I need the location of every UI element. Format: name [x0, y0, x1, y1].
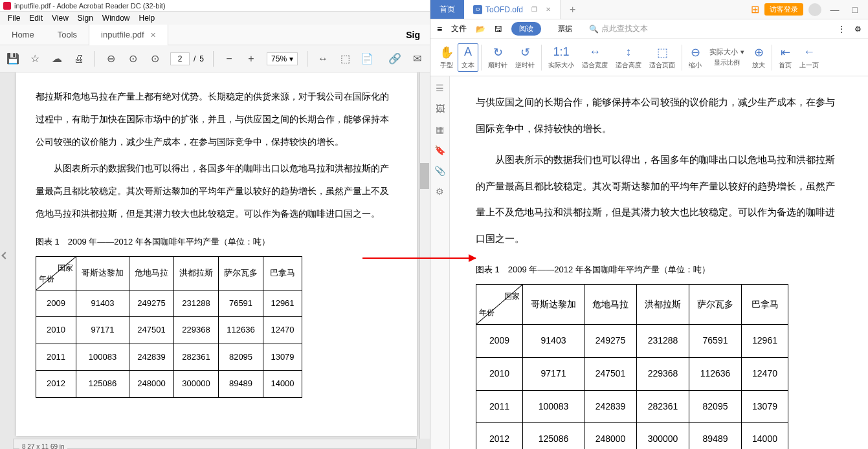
paragraph: 从图表所示的数据我们也可以得出，各国多年的咖啡出口以危地马拉和洪都拉斯的产量最高…	[476, 147, 842, 252]
cloud-icon[interactable]: ☁	[50, 52, 63, 65]
gear-icon[interactable]: ⚙	[436, 186, 444, 197]
sign-button[interactable]: Sig	[396, 30, 430, 40]
paragraph: 都拉斯和危地马拉在产量上都有绝对优势。长期稳定的供货来源，对于我公司在国际化的过…	[36, 85, 397, 153]
diagonal-header: 国家年份	[36, 256, 76, 290]
layers-icon[interactable]: ▦	[436, 124, 444, 135]
file-menu[interactable]: 文件	[451, 23, 467, 34]
document-area: 都拉斯和危地马拉在产量上都有绝对优势。长期稳定的供货来源，对于我公司在国际化的过…	[0, 72, 430, 449]
table-row: 20111000832428392823618209513079	[36, 344, 302, 371]
menu-sign[interactable]: Sign	[73, 14, 98, 23]
close-tab-icon[interactable]: ✕	[546, 6, 551, 13]
page-indicator: / 5	[170, 52, 204, 65]
vertical-scrollbar[interactable]	[419, 72, 430, 439]
outline-icon[interactable]: ☰	[436, 83, 444, 93]
page-input[interactable]	[170, 52, 190, 65]
down-icon[interactable]: ⊙	[148, 52, 161, 65]
fit-page[interactable]: ⬚适合页面	[645, 45, 679, 70]
menu-file[interactable]: File	[3, 14, 25, 23]
zoom-out-icon[interactable]: ⊖	[104, 52, 117, 65]
page-size-status: 8 27 x 11 69 in	[19, 443, 67, 449]
mail-icon[interactable]: ✉	[410, 52, 423, 65]
maximize-icon[interactable]: □	[849, 5, 862, 15]
add-tab-button[interactable]: +	[561, 0, 584, 19]
tab-file[interactable]: O ToOFD.ofd ❐ ✕	[464, 0, 561, 19]
scroll-icon[interactable]: 📄	[361, 52, 373, 65]
grid-icon[interactable]: ⊞	[751, 3, 759, 16]
text-tool[interactable]: A文本	[458, 43, 478, 72]
login-button[interactable]: 访客登录	[764, 3, 803, 16]
content-area: ☰ 🖼 ▦ 🔖 📎 ⚙ 与供应国之间的长期合作，能够保持本公司较强的议价能力，减…	[430, 76, 868, 449]
hand-tool[interactable]: ✋手型	[436, 45, 458, 70]
menu-bar: File Edit View Sign Window Help	[0, 12, 430, 25]
data-table: 国家年份 哥斯达黎加危地马拉洪都拉斯萨尔瓦多巴拿马 20099140324927…	[476, 284, 788, 449]
bookmark-icon[interactable]: 🔖	[434, 145, 445, 155]
open-icon[interactable]: 📂	[476, 25, 485, 34]
ribbon: ✋手型 A文本 ↻顺时针 ↺逆时针 1:1实际大小 ↔适合宽度 ↕适合高度 ⬚适…	[430, 39, 868, 76]
tab-home[interactable]: 首页	[430, 0, 464, 19]
adobe-reader-window: inputfile.pdf - Adobe Acrobat Reader DC …	[0, 0, 430, 449]
menu-view[interactable]: View	[47, 14, 73, 23]
menu-edit[interactable]: Edit	[25, 14, 47, 23]
rotate-cw[interactable]: ↻顺时针	[484, 45, 511, 70]
first-page[interactable]: ⇤首页	[775, 45, 796, 70]
save-icon[interactable]: 🖫	[495, 25, 502, 34]
table-row: 20111000832428392823618209513079	[476, 390, 788, 423]
fit-width[interactable]: ↔适合宽度	[578, 45, 612, 70]
table-caption: 图表 1 2009 年——2012 年各国咖啡年平均产量（单位：吨）	[36, 232, 397, 253]
link-icon[interactable]: 🔗	[388, 52, 401, 65]
read-mode-button[interactable]: 阅读	[511, 22, 541, 36]
toolbar: 💾 ☆ ☁ 🖨 ⊖ ⊙ ⊙ / 5 − + 75%▾ ↔ ⬚ 📄 🔗 ✉	[0, 45, 430, 72]
ofd-icon: O	[473, 5, 482, 14]
pdf-page: 都拉斯和危地马拉在产量上都有绝对优势。长期稳定的供货来源，对于我公司在国际化的过…	[16, 72, 417, 436]
window-title-bar: inputfile.pdf - Adobe Acrobat Reader DC …	[0, 0, 430, 12]
table-header-row: 国家年份 哥斯达黎加危地马拉洪都拉斯萨尔瓦多巴拿马	[36, 256, 302, 290]
tab-file[interactable]: inputfile.pdf ×	[89, 25, 168, 45]
window-title: inputfile.pdf - Adobe Acrobat Reader DC …	[14, 2, 166, 10]
horizontal-scrollbar[interactable]	[13, 439, 417, 449]
sub-toolbar: ≡ 文件 📂 🖫 阅读 票据 🔍 点此查找文本 ⋮ ⚙	[430, 19, 868, 39]
actual-size[interactable]: 1:1实际大小	[544, 45, 578, 70]
prev-page[interactable]: ←上一页	[796, 45, 823, 70]
tab-tools[interactable]: Tools	[46, 25, 89, 45]
rotate-ccw[interactable]: ↺逆时针	[511, 45, 539, 70]
tabs-bar: Home Tools inputfile.pdf × Sig	[0, 25, 430, 45]
left-collapse-icon[interactable]	[3, 75, 9, 436]
fit-page-icon[interactable]: ⬚	[339, 52, 351, 65]
chevron-down-icon: ▾	[289, 54, 293, 63]
restore-icon[interactable]: ❐	[531, 6, 537, 13]
fit-height[interactable]: ↕适合高度	[612, 45, 645, 70]
plus-icon[interactable]: +	[245, 52, 258, 65]
save-icon[interactable]: 💾	[6, 52, 19, 65]
search-input[interactable]: 🔍 点此查找文本	[589, 23, 648, 34]
tab-home[interactable]: Home	[0, 25, 46, 45]
avatar-icon[interactable]	[808, 3, 821, 16]
print-icon[interactable]: 🖨	[72, 52, 85, 65]
menu-help[interactable]: Help	[135, 14, 160, 23]
pdf-icon	[3, 2, 11, 10]
zoom-select[interactable]: 实际大小▾显示比例	[706, 47, 748, 67]
zoom-out[interactable]: ⊖缩小	[685, 45, 706, 70]
image-icon[interactable]: 🖼	[436, 104, 445, 114]
table-header-row: 国家年份 哥斯达黎加危地马拉洪都拉斯萨尔瓦多巴拿马	[476, 285, 788, 325]
attach-icon[interactable]: 📎	[434, 166, 445, 176]
minimize-icon[interactable]: —	[827, 5, 843, 15]
table-caption: 图表 1 2009 年——2012 年各国咖啡年平均产量（单位：吨）	[476, 258, 842, 281]
ofd-page: 与供应国之间的长期合作，能够保持本公司较强的议价能力，减少生产成本，在参与国际竞…	[450, 76, 868, 449]
title-tabs: 首页 O ToOFD.ofd ❐ ✕ + ⊞ 访客登录 — □	[430, 0, 868, 19]
zoom-in[interactable]: ⊕放大	[748, 45, 769, 70]
paragraph: 从图表所示的数据我们也可以得出，各国多年的咖啡出口以危地马拉和洪都拉斯的产量最高…	[36, 157, 397, 225]
fit-width-icon[interactable]: ↔	[317, 52, 329, 65]
hamburger-icon[interactable]: ≡	[437, 24, 442, 34]
more-icon[interactable]: ⋮	[838, 25, 845, 34]
ofd-viewer-window: 首页 O ToOFD.ofd ❐ ✕ + ⊞ 访客登录 — □ ≡ 文件 📂 🖫…	[430, 0, 868, 449]
table-row: 2009914032492752312887659112961	[36, 290, 302, 317]
up-icon[interactable]: ⊙	[126, 52, 139, 65]
settings-icon[interactable]: ⚙	[854, 25, 862, 34]
close-icon[interactable]: ×	[151, 30, 156, 40]
annotation-arrow	[362, 257, 476, 259]
star-icon[interactable]: ☆	[28, 52, 41, 65]
zoom-select[interactable]: 75%▾	[267, 52, 298, 65]
minus-icon[interactable]: −	[223, 52, 236, 65]
menu-window[interactable]: Window	[98, 14, 135, 23]
form-mode-button[interactable]: 票据	[550, 22, 580, 36]
